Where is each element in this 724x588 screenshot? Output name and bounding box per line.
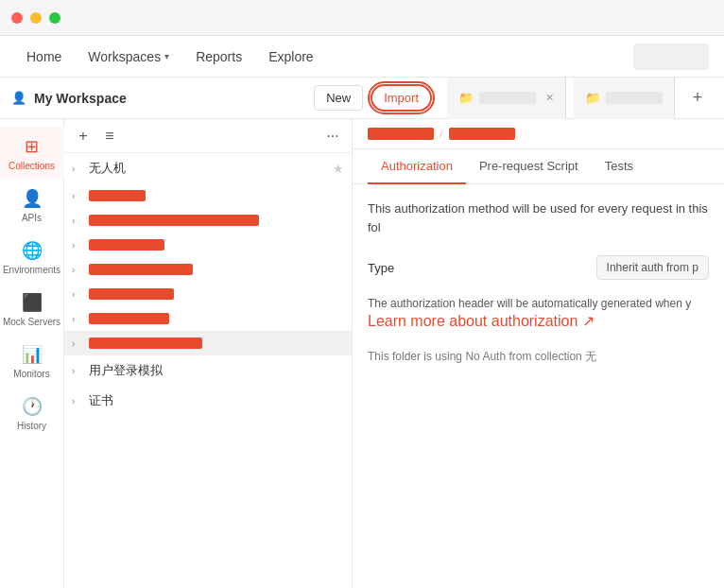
chevron-right-icon: ›	[72, 164, 83, 174]
monitors-icon: 📊	[22, 344, 43, 365]
history-icon: 🕐	[22, 396, 43, 417]
tab-authorization[interactable]: Authorization	[368, 149, 466, 184]
filter-button[interactable]: ≡	[98, 125, 121, 147]
workspace-name: My Workspace	[34, 91, 306, 106]
apis-icon: 👤	[22, 188, 43, 209]
chevron-right-icon: ›	[72, 366, 83, 376]
breadcrumb-part2	[449, 128, 515, 140]
content-body: This authorization method will be used f…	[353, 184, 724, 588]
breadcrumb-separator: /	[440, 127, 443, 141]
list-item[interactable]: ›	[64, 282, 352, 306]
nav-reports[interactable]: Reports	[184, 43, 253, 70]
sidebar-item-collections[interactable]: ⊞ Collections	[0, 127, 64, 179]
chevron-right-icon: ›	[72, 289, 83, 300]
mock-servers-icon: ⬛	[22, 292, 43, 313]
redacted-label	[89, 190, 146, 201]
breadcrumb: /	[368, 127, 515, 141]
chevron-right-icon: ›	[72, 216, 83, 226]
folder-icon-2: 📁	[585, 91, 600, 105]
environments-label: Environments	[3, 265, 60, 275]
search-bar[interactable]	[633, 43, 709, 70]
tab1-close-icon[interactable]: ✕	[545, 92, 554, 104]
list-item[interactable]: ›	[64, 233, 352, 257]
auth-type-row: Type Inherit auth from p	[368, 255, 709, 280]
chevron-right-icon: ›	[72, 314, 83, 324]
titlebar	[0, 0, 724, 36]
add-collection-button[interactable]: +	[72, 125, 95, 147]
auth-footer: This folder is using No Auth from collec…	[368, 349, 709, 365]
apis-label: APIs	[22, 213, 42, 223]
redacted-label	[89, 264, 193, 275]
tab-pre-request-script[interactable]: Pre-request Script	[466, 149, 592, 184]
history-label: History	[17, 421, 46, 431]
redacted-label	[89, 239, 164, 251]
new-button[interactable]: New	[314, 85, 363, 111]
mock-servers-label: Mock Servers	[3, 317, 60, 327]
sidebar-item-environments[interactable]: 🌐 Environments	[0, 231, 64, 283]
item-label: 无人机	[89, 160, 126, 177]
nav-explore[interactable]: Explore	[257, 43, 324, 70]
sidebar-item-apis[interactable]: 👤 APIs	[0, 179, 64, 231]
user-icon: 👤	[11, 91, 26, 105]
sidebar-item-monitors[interactable]: 📊 Monitors	[0, 335, 64, 387]
redacted-label	[89, 215, 259, 226]
tab2[interactable]: 📁	[574, 78, 675, 119]
chevron-right-icon: ›	[72, 338, 83, 349]
learn-more-link[interactable]: Learn more about authorization ↗	[368, 313, 595, 329]
list-item[interactable]: ›	[64, 306, 352, 331]
list-item[interactable]: › 证书	[64, 386, 352, 416]
maximize-button[interactable]	[49, 12, 60, 24]
navbar: Home Workspaces ▾ Reports Explore	[0, 36, 724, 78]
chevron-right-icon: ›	[72, 265, 83, 275]
folder-icon: 📁	[458, 91, 474, 105]
list-item[interactable]: ›	[64, 208, 352, 233]
minimize-button[interactable]	[30, 12, 42, 24]
chevron-right-icon: ›	[72, 396, 83, 406]
import-button[interactable]: Import	[371, 84, 432, 112]
list-item[interactable]: › 用户登录模拟	[64, 355, 352, 386]
tab-folder-icon[interactable]: 📁 ✕	[447, 78, 566, 119]
more-options-button[interactable]: ···	[321, 125, 344, 147]
list-item[interactable]: ›	[64, 331, 352, 355]
nav-home[interactable]: Home	[15, 43, 73, 70]
type-label: Type	[368, 261, 424, 275]
chevron-right-icon: ›	[72, 191, 83, 201]
sidebar-icons: ⊞ Collections 👤 APIs 🌐 Environments ⬛ Mo…	[0, 119, 64, 588]
chevron-down-icon: ▾	[164, 51, 169, 61]
sidebar-item-mock-servers[interactable]: ⬛ Mock Servers	[0, 283, 64, 335]
collections-icon: ⊞	[25, 136, 39, 157]
sidebar-item-history[interactable]: 🕐 History	[0, 387, 64, 439]
monitors-label: Monitors	[13, 369, 49, 379]
tab1-label	[479, 92, 536, 104]
nav-workspaces-label: Workspaces	[88, 49, 161, 64]
content-area: / Authorization Pre-request Script Tests…	[353, 119, 724, 588]
environments-icon: 🌐	[22, 240, 43, 261]
list-item[interactable]: ›	[64, 183, 352, 208]
content-header: /	[353, 119, 724, 149]
redacted-label	[89, 288, 174, 300]
collections-label: Collections	[9, 161, 55, 171]
tab-tests[interactable]: Tests	[592, 149, 646, 184]
list-item[interactable]: ›	[64, 257, 352, 282]
tab2-label	[606, 92, 663, 104]
list-item[interactable]: › 无人机 ★	[64, 153, 352, 183]
main-layout: ⊞ Collections 👤 APIs 🌐 Environments ⬛ Mo…	[0, 119, 724, 588]
star-icon[interactable]: ★	[333, 162, 344, 176]
breadcrumb-part1	[368, 128, 434, 140]
collections-list: › 无人机 ★ › › › ›	[64, 153, 352, 588]
redacted-label	[89, 337, 202, 349]
auto-note: The authorization header will be automat…	[368, 295, 709, 312]
panel-toolbar: + ≡ ···	[64, 119, 352, 153]
workspacebar: 👤 My Workspace New Import 📁 ✕ 📁 +	[0, 78, 724, 119]
item-label: 证书	[89, 392, 113, 409]
chevron-right-icon: ›	[72, 240, 83, 251]
item-label: 用户登录模拟	[89, 362, 163, 379]
collections-panel: + ≡ ··· › 无人机 ★ › › ›	[64, 119, 353, 588]
redacted-label	[89, 313, 169, 324]
nav-workspaces[interactable]: Workspaces ▾	[77, 43, 181, 70]
auth-description: This authorization method will be used f…	[368, 199, 709, 236]
auth-type-value[interactable]: Inherit auth from p	[596, 255, 709, 280]
close-button[interactable]	[11, 12, 23, 24]
add-tab-button[interactable]: +	[682, 78, 713, 119]
content-tabs: Authorization Pre-request Script Tests	[353, 149, 724, 184]
